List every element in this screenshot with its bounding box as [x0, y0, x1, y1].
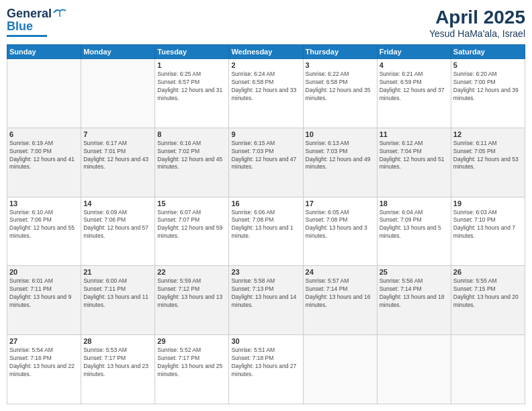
calendar-cell-1-3: 1 Sunrise: 6:25 AMSunset: 6:57 PMDayligh…: [155, 59, 229, 128]
day-info: Sunrise: 6:25 AMSunset: 6:57 PMDaylight:…: [157, 71, 226, 103]
calendar-cell-2-5: 10 Sunrise: 6:13 AMSunset: 7:03 PMDaylig…: [303, 128, 377, 197]
calendar-cell-2-7: 12 Sunrise: 6:11 AMSunset: 7:05 PMDaylig…: [451, 128, 525, 197]
day-info: Sunrise: 6:05 AMSunset: 7:08 PMDaylight:…: [306, 209, 375, 241]
day-info: Sunrise: 6:00 AMSunset: 7:11 PMDaylight:…: [83, 277, 152, 310]
day-number: 20: [9, 268, 79, 276]
calendar-cell-5-7: [451, 335, 525, 404]
calendar-table: Sunday Monday Tuesday Wednesday Thursday…: [7, 44, 525, 404]
calendar-cell-4-1: 20 Sunrise: 6:01 AMSunset: 7:11 PMDaylig…: [7, 266, 81, 335]
calendar-week-4: 20 Sunrise: 6:01 AMSunset: 7:11 PMDaylig…: [7, 266, 525, 335]
calendar-week-5: 27 Sunrise: 5:54 AMSunset: 7:16 PMDaylig…: [7, 335, 525, 404]
calendar-cell-3-6: 18 Sunrise: 6:04 AMSunset: 7:09 PMDaylig…: [377, 197, 451, 266]
day-number: 7: [83, 130, 152, 138]
day-number: 11: [380, 130, 449, 138]
day-number: 24: [306, 268, 375, 276]
day-number: 5: [453, 61, 523, 69]
day-info: Sunrise: 5:59 AMSunset: 7:12 PMDaylight:…: [157, 277, 226, 310]
month-title: April 2025: [429, 7, 525, 28]
page: General Blue April 2025 Yesud HaMa'ala, …: [0, 0, 532, 411]
day-info: Sunrise: 6:04 AMSunset: 7:09 PMDaylight:…: [380, 209, 449, 241]
day-number: 19: [453, 199, 523, 208]
calendar-cell-4-6: 25 Sunrise: 5:56 AMSunset: 7:14 PMDaylig…: [377, 266, 451, 335]
calendar-cell-3-4: 16 Sunrise: 6:06 AMSunset: 7:08 PMDaylig…: [229, 197, 303, 266]
calendar-cell-1-4: 2 Sunrise: 6:24 AMSunset: 6:58 PMDayligh…: [229, 59, 303, 128]
logo-underline: [7, 35, 47, 37]
calendar-cell-3-3: 15 Sunrise: 6:07 AMSunset: 7:07 PMDaylig…: [155, 197, 229, 266]
header-sunday: Sunday: [7, 45, 81, 59]
header-monday: Monday: [81, 45, 155, 59]
calendar-cell-4-3: 22 Sunrise: 5:59 AMSunset: 7:12 PMDaylig…: [155, 266, 229, 335]
calendar-cell-5-2: 28 Sunrise: 5:53 AMSunset: 7:17 PMDaylig…: [81, 335, 155, 404]
day-number: 25: [380, 268, 449, 276]
day-number: 9: [231, 130, 300, 138]
logo-blue: Blue: [7, 19, 33, 34]
day-info: Sunrise: 6:20 AMSunset: 7:00 PMDaylight:…: [453, 71, 523, 103]
calendar-cell-4-2: 21 Sunrise: 6:00 AMSunset: 7:11 PMDaylig…: [81, 266, 155, 335]
day-info: Sunrise: 5:57 AMSunset: 7:14 PMDaylight:…: [306, 277, 375, 310]
day-number: 21: [83, 268, 152, 276]
day-info: Sunrise: 6:24 AMSunset: 6:58 PMDaylight:…: [231, 71, 300, 103]
day-number: 22: [157, 268, 226, 276]
calendar-cell-2-1: 6 Sunrise: 6:19 AMSunset: 7:00 PMDayligh…: [7, 128, 81, 197]
calendar-cell-5-4: 30 Sunrise: 5:51 AMSunset: 7:18 PMDaylig…: [229, 335, 303, 404]
day-info: Sunrise: 6:17 AMSunset: 7:01 PMDaylight:…: [83, 140, 152, 172]
day-info: Sunrise: 6:03 AMSunset: 7:10 PMDaylight:…: [453, 209, 523, 241]
calendar-week-3: 13 Sunrise: 6:10 AMSunset: 7:06 PMDaylig…: [7, 197, 525, 266]
day-number: 15: [157, 199, 226, 208]
calendar-cell-2-6: 11 Sunrise: 6:12 AMSunset: 7:04 PMDaylig…: [377, 128, 451, 197]
day-number: 13: [9, 199, 79, 208]
day-number: 23: [231, 268, 300, 276]
day-info: Sunrise: 6:12 AMSunset: 7:04 PMDaylight:…: [380, 140, 449, 172]
calendar-cell-3-7: 19 Sunrise: 6:03 AMSunset: 7:10 PMDaylig…: [451, 197, 525, 266]
calendar-cell-2-3: 8 Sunrise: 6:16 AMSunset: 7:02 PMDayligh…: [155, 128, 229, 197]
day-number: 27: [9, 337, 79, 345]
header: General Blue April 2025 Yesud HaMa'ala, …: [7, 7, 525, 39]
header-thursday: Thursday: [303, 45, 377, 59]
calendar-cell-5-6: [377, 335, 451, 404]
day-info: Sunrise: 5:54 AMSunset: 7:16 PMDaylight:…: [9, 347, 79, 379]
calendar-week-1: 1 Sunrise: 6:25 AMSunset: 6:57 PMDayligh…: [7, 59, 525, 128]
calendar-week-2: 6 Sunrise: 6:19 AMSunset: 7:00 PMDayligh…: [7, 128, 525, 197]
calendar-cell-1-5: 3 Sunrise: 6:22 AMSunset: 6:58 PMDayligh…: [303, 59, 377, 128]
day-number: 29: [157, 337, 226, 345]
day-info: Sunrise: 6:15 AMSunset: 7:03 PMDaylight:…: [231, 140, 300, 172]
day-info: Sunrise: 6:09 AMSunset: 7:06 PMDaylight:…: [83, 209, 152, 241]
day-number: 12: [453, 130, 523, 138]
calendar-cell-1-7: 5 Sunrise: 6:20 AMSunset: 7:00 PMDayligh…: [451, 59, 525, 128]
calendar-cell-1-1: [7, 59, 81, 128]
calendar-cell-5-5: [303, 335, 377, 404]
day-info: Sunrise: 6:16 AMSunset: 7:02 PMDaylight:…: [157, 140, 226, 172]
day-number: 3: [306, 61, 375, 69]
day-info: Sunrise: 6:06 AMSunset: 7:08 PMDaylight:…: [231, 209, 300, 241]
calendar-cell-2-4: 9 Sunrise: 6:15 AMSunset: 7:03 PMDayligh…: [229, 128, 303, 197]
logo-general: General: [7, 7, 52, 21]
calendar-cell-5-3: 29 Sunrise: 5:52 AMSunset: 7:17 PMDaylig…: [155, 335, 229, 404]
calendar-cell-5-1: 27 Sunrise: 5:54 AMSunset: 7:16 PMDaylig…: [7, 335, 81, 404]
day-info: Sunrise: 5:51 AMSunset: 7:18 PMDaylight:…: [231, 347, 300, 379]
day-info: Sunrise: 5:58 AMSunset: 7:13 PMDaylight:…: [231, 277, 300, 310]
calendar-cell-4-7: 26 Sunrise: 5:55 AMSunset: 7:15 PMDaylig…: [451, 266, 525, 335]
day-info: Sunrise: 6:22 AMSunset: 6:58 PMDaylight:…: [306, 71, 375, 103]
day-info: Sunrise: 6:21 AMSunset: 6:59 PMDaylight:…: [380, 71, 449, 103]
day-info: Sunrise: 6:07 AMSunset: 7:07 PMDaylight:…: [157, 209, 226, 241]
logo-bird-icon: [52, 7, 67, 18]
calendar-cell-4-4: 23 Sunrise: 5:58 AMSunset: 7:13 PMDaylig…: [229, 266, 303, 335]
day-info: Sunrise: 5:56 AMSunset: 7:14 PMDaylight:…: [380, 277, 449, 310]
day-info: Sunrise: 5:55 AMSunset: 7:15 PMDaylight:…: [453, 277, 523, 310]
day-info: Sunrise: 6:01 AMSunset: 7:11 PMDaylight:…: [9, 277, 79, 310]
location-title: Yesud HaMa'ala, Israel: [429, 28, 525, 39]
day-number: 2: [231, 61, 300, 69]
day-number: 28: [83, 337, 152, 345]
header-wednesday: Wednesday: [229, 45, 303, 59]
calendar-cell-4-5: 24 Sunrise: 5:57 AMSunset: 7:14 PMDaylig…: [303, 266, 377, 335]
day-info: Sunrise: 5:52 AMSunset: 7:17 PMDaylight:…: [157, 347, 226, 379]
calendar-cell-3-5: 17 Sunrise: 6:05 AMSunset: 7:08 PMDaylig…: [303, 197, 377, 266]
day-number: 16: [231, 199, 300, 208]
calendar-cell-3-2: 14 Sunrise: 6:09 AMSunset: 7:06 PMDaylig…: [81, 197, 155, 266]
day-info: Sunrise: 5:53 AMSunset: 7:17 PMDaylight:…: [83, 347, 152, 379]
day-number: 4: [380, 61, 449, 69]
calendar-cell-1-2: [81, 59, 155, 128]
day-number: 10: [306, 130, 375, 138]
day-number: 18: [380, 199, 449, 208]
title-block: April 2025 Yesud HaMa'ala, Israel: [429, 7, 525, 39]
